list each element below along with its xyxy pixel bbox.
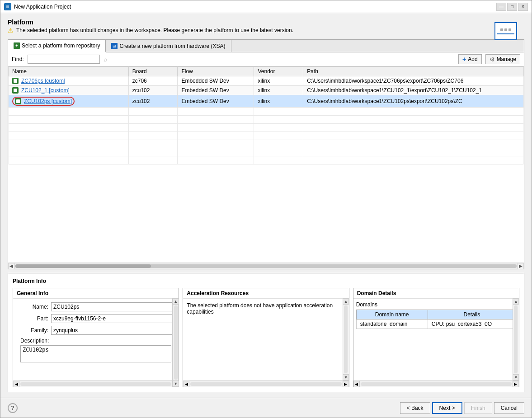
- help-button[interactable]: ?: [8, 403, 18, 413]
- scroll-up-domain[interactable]: ▲: [513, 298, 519, 305]
- col-name: Name: [9, 67, 129, 76]
- find-label: Find:: [12, 56, 24, 62]
- scroll-track-h: [15, 264, 517, 268]
- cell-path-1: C:\Users\imhbdlab\workspace1\ZCU102_1\ex…: [303, 86, 524, 95]
- v-scrollbar-general[interactable]: ▲ ▼: [172, 298, 179, 387]
- col-flow: Flow: [178, 67, 254, 76]
- general-info-content: Name: Part: Family: Description:: [13, 299, 179, 380]
- close-button[interactable]: ×: [518, 3, 528, 11]
- platform-info-panel: Platform Info General Info Name: Part:: [8, 273, 524, 392]
- tabs-row: ✦ Select a platform from repository ⊞ Cr…: [8, 40, 524, 52]
- part-input[interactable]: [51, 314, 175, 323]
- scroll-right-accel[interactable]: ▶: [343, 381, 349, 387]
- cell-name-1: ZCU102_1 [custom]: [9, 86, 129, 95]
- cell-flow-0: Embedded SW Dev: [178, 76, 254, 86]
- cancel-button[interactable]: Cancel: [494, 402, 524, 414]
- svg-rect-1: [6, 5, 9, 8]
- name-input[interactable]: [51, 302, 175, 311]
- next-button[interactable]: Next >: [432, 402, 462, 414]
- h-scrollbar-domain[interactable]: ◀ ▶: [353, 380, 519, 387]
- scroll-thumb-h[interactable]: [15, 264, 151, 268]
- name-field-row: Name:: [17, 302, 175, 311]
- cell-vendor-2: xilinx: [254, 95, 303, 108]
- acceleration-section: Acceleration Resources The selected plat…: [183, 288, 349, 387]
- domain-table: Domain name Details standalone_domainCPU…: [356, 310, 516, 329]
- scroll-right-domain[interactable]: ▶: [513, 381, 519, 387]
- scroll-up-accel[interactable]: ▲: [343, 298, 349, 305]
- toolbar-row: Find: ⌕ + Add ⚙ Manage: [8, 52, 524, 66]
- part-field-row: Part:: [17, 314, 175, 323]
- empty-table-row: [9, 108, 524, 116]
- scroll-track-general: [174, 305, 178, 380]
- scroll-down-general[interactable]: ▼: [173, 380, 179, 387]
- info-sections: General Info Name: Part: Family:: [13, 288, 519, 387]
- platform-info-title: Platform Info: [13, 278, 519, 284]
- tab-label-repo: Select a platform from repository: [22, 42, 100, 49]
- top-right-icon: [494, 22, 517, 40]
- row-platform-icon-2: [15, 98, 21, 104]
- row-platform-icon-1: [12, 87, 19, 94]
- general-info-title: General Info: [13, 288, 179, 299]
- cell-name-0: ZC706ps [custom]: [9, 76, 129, 86]
- manage-label: Manage: [497, 56, 516, 62]
- h-scrollbar-accel[interactable]: ◀ ▶: [183, 380, 348, 387]
- h-scrollbar[interactable]: ◀ ▶: [8, 263, 524, 269]
- acceleration-message: The selected platform does not have appl…: [187, 302, 345, 315]
- cell-board-1: zcu102: [128, 86, 178, 95]
- icon-dots-row: [500, 28, 511, 31]
- scroll-left-general[interactable]: ◀: [13, 381, 19, 387]
- tab-create-hardware[interactable]: ⊞ Create a new platform from hardware (X…: [106, 40, 231, 52]
- platform-table-wrap: Name Board Flow Vendor Path ZC706ps [cus…: [8, 66, 524, 263]
- tab-select-repository[interactable]: ✦ Select a platform from repository: [8, 40, 106, 52]
- window-controls: — □ ×: [496, 3, 528, 11]
- cell-vendor-0: xilinx: [254, 76, 303, 86]
- name-label: Name:: [17, 304, 48, 310]
- footer-bar: ? < Back Next > Finish Cancel: [0, 398, 532, 418]
- minimize-button[interactable]: —: [496, 3, 506, 11]
- title-bar: New Application Project — □ ×: [0, 0, 532, 13]
- scroll-left-arrow[interactable]: ◀: [8, 263, 14, 269]
- description-section: Description:: [17, 338, 175, 367]
- table-row[interactable]: ZCU102ps [custom]zcu102Embedded SW Devxi…: [9, 95, 524, 108]
- cell-path-0: C:\Users\imhbdlab\workspace1\ZC706ps\exp…: [303, 76, 524, 86]
- icon-line: [497, 33, 514, 34]
- back-button[interactable]: < Back: [400, 402, 430, 414]
- tab-icon-repo: ✦: [14, 42, 20, 49]
- header-section: Platform ⚠ The selected platform has unb…: [8, 19, 524, 36]
- scroll-down-accel[interactable]: ▼: [343, 374, 349, 380]
- icon-dot-2: [504, 28, 507, 31]
- domain-table-body: standalone_domainCPU: psu_cortexa53_0O: [356, 319, 516, 329]
- family-input[interactable]: [51, 326, 175, 335]
- scroll-track-accel: [344, 305, 348, 373]
- scroll-left-domain[interactable]: ◀: [353, 381, 360, 387]
- cell-flow-1: Embedded SW Dev: [178, 86, 254, 95]
- domain-details-col: Details: [428, 310, 516, 319]
- scroll-up-general[interactable]: ▲: [173, 298, 179, 305]
- domain-name-col: Domain name: [356, 310, 428, 319]
- warning-text: The selected platform has unbuilt change…: [16, 27, 293, 33]
- scroll-down-domain[interactable]: ▼: [513, 374, 519, 380]
- find-input[interactable]: [28, 55, 100, 64]
- manage-button[interactable]: ⚙ Manage: [485, 54, 520, 64]
- col-path: Path: [303, 67, 524, 76]
- platform-table: Name Board Flow Vendor Path ZC706ps [cus…: [8, 66, 524, 164]
- empty-table-row: [9, 116, 524, 124]
- col-board: Board: [128, 67, 178, 76]
- scroll-right-arrow[interactable]: ▶: [518, 263, 524, 269]
- add-button[interactable]: + Add: [458, 54, 482, 64]
- table-row[interactable]: ZC706ps [custom]zc706Embedded SW Devxili…: [9, 76, 524, 86]
- v-scrollbar-accel[interactable]: ▲ ▼: [343, 298, 349, 380]
- finish-button[interactable]: Finish: [464, 402, 492, 414]
- warning-bar: ⚠ The selected platform has unbuilt chan…: [8, 27, 524, 34]
- empty-table-row: [9, 132, 524, 140]
- v-scrollbar-domain[interactable]: ▲ ▼: [513, 298, 519, 380]
- acceleration-content: The selected platform does not have appl…: [183, 299, 348, 380]
- maximize-button[interactable]: □: [507, 3, 517, 11]
- table-row[interactable]: ZCU102_1 [custom]zcu102Embedded SW Devxi…: [9, 86, 524, 95]
- description-textarea[interactable]: [20, 345, 171, 362]
- h-track-accel: [190, 382, 341, 386]
- plus-icon: +: [462, 56, 466, 63]
- h-scrollbar-general[interactable]: ◀ ▶: [13, 380, 179, 387]
- domains-label: Domains: [356, 301, 516, 308]
- scroll-left-accel[interactable]: ◀: [183, 381, 189, 387]
